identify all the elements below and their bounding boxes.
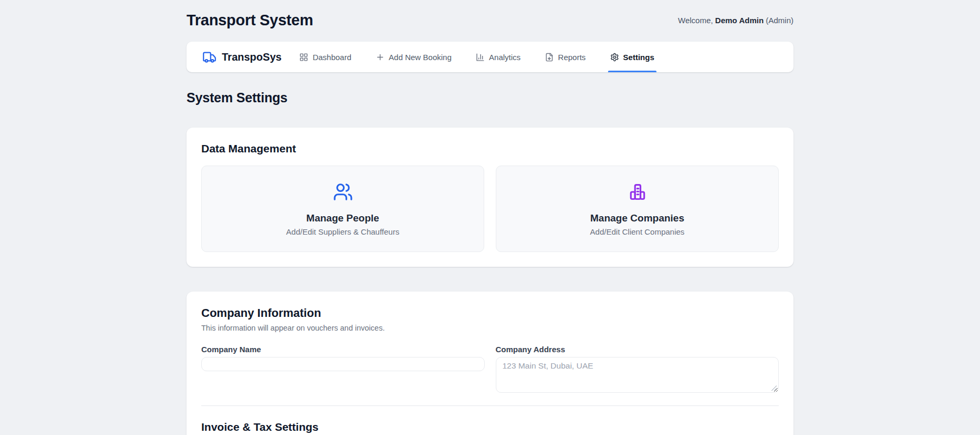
company-information-card: Company Information This information wil…: [187, 292, 793, 435]
main-navbar: TranspoSys Dashboard Add New Booking: [187, 42, 793, 72]
data-management-tiles: Manage People Add/Edit Suppliers & Chauf…: [201, 166, 779, 252]
data-management-title: Data Management: [201, 142, 779, 155]
brand-name: TranspoSys: [222, 51, 281, 63]
gear-icon: [610, 53, 619, 62]
data-management-card: Data Management Manage People Add/Edit S…: [187, 128, 793, 267]
dashboard-grid-icon: [299, 53, 308, 62]
tab-label: Dashboard: [312, 53, 351, 62]
manage-people-tile[interactable]: Manage People Add/Edit Suppliers & Chauf…: [201, 166, 484, 252]
company-address-textarea[interactable]: [496, 357, 779, 393]
page-title: Transport System: [187, 12, 313, 29]
tile-subtitle: Add/Edit Suppliers & Chauffeurs: [286, 227, 399, 236]
tile-subtitle: Add/Edit Client Companies: [590, 227, 684, 236]
company-information-form: Company Name Company Address: [201, 345, 779, 393]
company-information-description: This information will appear on vouchers…: [201, 324, 779, 332]
company-name-input[interactable]: [201, 357, 485, 371]
company-address-label: Company Address: [496, 345, 779, 354]
company-address-field: Company Address: [496, 345, 779, 393]
invoice-tax-settings-title: Invoice & Tax Settings: [201, 421, 779, 433]
manage-companies-tile[interactable]: Manage Companies Add/Edit Client Compani…: [496, 166, 779, 252]
truck-icon: [202, 50, 217, 64]
tab-label: Analytics: [489, 53, 521, 62]
welcome-text: Welcome, Demo Admin (Admin): [678, 16, 793, 25]
tab-label: Reports: [558, 53, 586, 62]
user-name: Demo Admin: [715, 16, 763, 25]
users-icon: [333, 182, 353, 202]
tab-label: Add New Booking: [389, 53, 452, 62]
file-download-icon: [545, 53, 554, 62]
brand-logo[interactable]: TranspoSys: [202, 42, 281, 72]
page-container: Transport System Welcome, Demo Admin (Ad…: [187, 12, 793, 435]
company-name-field: Company Name: [201, 345, 485, 393]
bar-chart-icon: [476, 53, 485, 62]
tab-reports[interactable]: Reports: [543, 42, 588, 72]
tile-title: Manage People: [306, 212, 379, 224]
plus-icon: [376, 53, 385, 62]
building-icon: [628, 182, 648, 202]
tab-dashboard[interactable]: Dashboard: [297, 42, 353, 72]
company-information-title: Company Information: [201, 306, 779, 320]
page-header: Transport System Welcome, Demo Admin (Ad…: [187, 12, 793, 29]
tab-label: Settings: [623, 53, 654, 62]
tab-analytics[interactable]: Analytics: [474, 42, 523, 72]
welcome-prefix: Welcome,: [678, 16, 716, 25]
user-role: (Admin): [763, 16, 793, 25]
tab-settings[interactable]: Settings: [608, 42, 656, 72]
section-divider: [201, 405, 779, 406]
nav-tabs: Dashboard Add New Booking Analytics: [297, 42, 656, 72]
tab-add-new-booking[interactable]: Add New Booking: [374, 42, 454, 72]
section-heading: System Settings: [187, 90, 793, 105]
tile-title: Manage Companies: [590, 212, 684, 224]
company-name-label: Company Name: [201, 345, 485, 354]
